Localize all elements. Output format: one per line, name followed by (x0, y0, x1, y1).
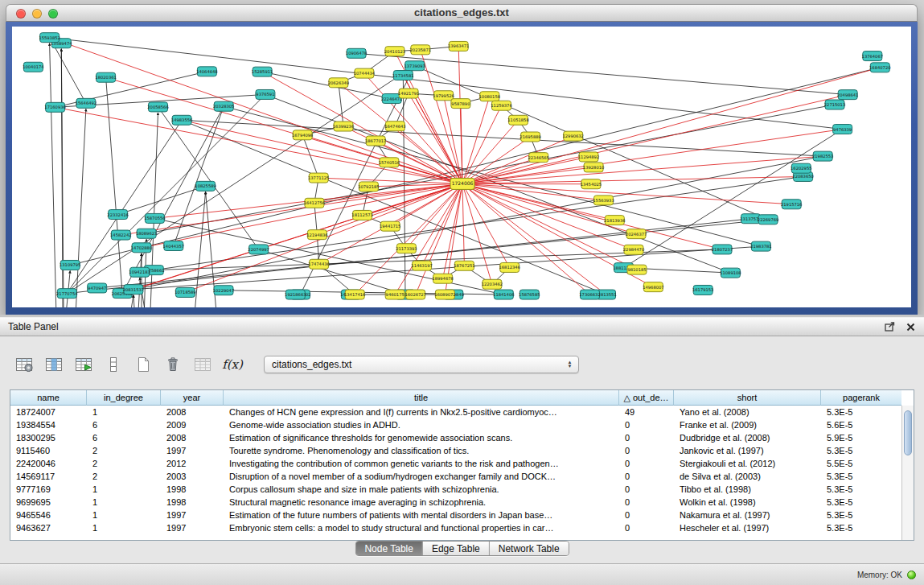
network-node[interactable]: 21983781 (750, 241, 771, 251)
table-cell[interactable]: 22420046 (10, 457, 87, 470)
table-cell[interactable]: 14569117 (10, 470, 87, 483)
scrollbar-thumb[interactable] (904, 410, 912, 455)
network-node[interactable]: 12990632 (562, 131, 583, 141)
table-row[interactable]: 911546021997Tourette syndrome. Phenomeno… (10, 444, 901, 457)
table-cell[interactable]: 5.3E-5 (821, 483, 901, 496)
table-cell[interactable]: Franke et al. (2009) (674, 418, 821, 431)
table-cell[interactable]: 5.9E-5 (821, 431, 901, 444)
table-cell[interactable]: Estimation of significance thresholds fo… (224, 431, 619, 444)
table-cell[interactable]: 1 (87, 483, 161, 496)
network-node[interactable]: 13963471 (448, 41, 469, 51)
table-cell[interactable]: 1 (87, 406, 161, 418)
network-node[interactable]: 22269769 (758, 215, 778, 225)
table-cell[interactable]: 1998 (161, 496, 224, 509)
table-cell[interactable]: 1997 (161, 509, 224, 521)
network-node[interactable]: 15740516 (379, 158, 400, 167)
table-row[interactable]: 977716911998Corpus callosum shape and si… (10, 483, 901, 496)
network-node[interactable]: 14044357 (163, 241, 184, 251)
network-node[interactable]: 9587890 (451, 99, 470, 109)
table-cell[interactable]: 9115460 (10, 444, 87, 457)
network-node[interactable]: 15646492 (76, 98, 97, 108)
network-node[interactable]: 18767251 (454, 261, 474, 270)
network-node[interactable]: 14064648 (196, 67, 217, 76)
table-cell[interactable]: 1 (87, 521, 161, 534)
network-node[interactable]: 10744434 (354, 68, 376, 78)
tab-edge-table[interactable]: Edge Table (422, 542, 489, 555)
network-node[interactable]: 20328305 (213, 101, 234, 111)
network-node[interactable]: 16794098 (292, 130, 313, 140)
network-node[interactable]: 21807237 (712, 245, 733, 254)
network-node[interactable]: 22715013 (824, 100, 845, 109)
network-node[interactable]: 21770754 (56, 289, 78, 299)
table-cell[interactable]: 5.5E-5 (821, 457, 901, 470)
network-node[interactable]: 15285911 (252, 67, 273, 76)
table-cell[interactable]: 5.3E-5 (821, 406, 901, 418)
network-node[interactable]: 18677017 (365, 136, 386, 146)
network-node[interactable]: 22984470 (623, 245, 644, 254)
table-row[interactable]: 1938455462009Genome-wide association stu… (10, 418, 901, 431)
table-cell[interactable]: Genome-wide association studies in ADHD. (224, 418, 619, 431)
network-node[interactable]: 1724006 (450, 178, 474, 189)
column-header-year[interactable]: year (161, 390, 224, 406)
table-cell[interactable]: 1 (87, 496, 161, 509)
network-node[interactable]: 9810185 (627, 265, 647, 274)
network-node[interactable]: 16202955 (791, 163, 811, 173)
zoom-window-icon[interactable] (48, 9, 58, 19)
column-header-in_degree[interactable]: in_degree (87, 390, 161, 406)
network-node[interactable]: 20498641 (837, 90, 858, 100)
table-cell[interactable]: Dudbridge et al. (2008) (674, 431, 821, 444)
float-panel-icon[interactable] (884, 321, 895, 332)
network-node[interactable]: 16474643 (384, 122, 405, 131)
table-cell[interactable]: 0 (619, 483, 674, 496)
network-node[interactable]: 13739093 (404, 61, 425, 71)
table-row[interactable]: 946362711997Embryonic stem cells: a mode… (10, 521, 901, 534)
network-node[interactable]: 17306632 (579, 290, 600, 299)
network-node[interactable]: 20058566 (147, 102, 168, 112)
table-cell[interactable]: 0 (619, 521, 674, 534)
network-node[interactable]: 9476339 (833, 125, 852, 134)
table-cell[interactable]: 2008 (161, 406, 224, 418)
network-node[interactable]: 10229047 (213, 286, 234, 295)
table-cell[interactable]: 0 (619, 509, 674, 521)
table-row[interactable]: 1872400712008Changes of HCN gene express… (10, 406, 901, 418)
table-cell[interactable]: 9463627 (10, 521, 87, 534)
table-cell[interactable]: 2 (87, 444, 161, 457)
network-node[interactable]: 16840720 (869, 63, 890, 72)
table-cell[interactable]: Estimation of the future numbers of pati… (224, 509, 619, 521)
table-cell[interactable]: Corpus callosum shape and size in male p… (224, 483, 619, 496)
network-node[interactable]: 14921791 (398, 89, 419, 98)
tab-node-table[interactable]: Node Table (355, 542, 422, 555)
network-node[interactable]: 17474436 (308, 259, 329, 269)
network-node[interactable]: 11841406 (493, 290, 514, 299)
network-node[interactable]: 21173393 (396, 244, 417, 253)
window-titlebar[interactable]: citations_edges.txt (6, 4, 918, 22)
close-panel-icon[interactable] (905, 321, 916, 332)
network-node[interactable]: 10080158 (479, 92, 500, 101)
table-cell[interactable]: Disruption of a novel member of a sodium… (224, 470, 619, 483)
table-cell[interactable]: Nakamura et al. (1997) (674, 509, 821, 521)
network-node[interactable]: 20410123 (384, 47, 405, 56)
network-node[interactable]: 18020361 (95, 72, 116, 82)
table-selector-dropdown[interactable]: citations_edges.txt ▲▼ (264, 356, 579, 373)
network-node[interactable]: 21982553 (812, 151, 833, 161)
network-node[interactable]: 10718589 (175, 287, 195, 297)
column-header-name[interactable]: name (10, 390, 87, 406)
table-row[interactable]: 946554611997Estimation of the future num… (10, 509, 901, 521)
table-cell[interactable]: 18724007 (10, 406, 87, 418)
table-cell[interactable]: 0 (619, 431, 674, 444)
table-cell[interactable]: 2 (87, 457, 161, 470)
table-cell[interactable]: Tibbo et al. (1998) (674, 483, 821, 496)
network-node[interactable]: 16399236 (333, 122, 354, 131)
network-node[interactable]: 21813936 (604, 216, 625, 225)
column-settings-icon[interactable] (13, 354, 35, 375)
table-cell[interactable]: 2 (87, 470, 161, 483)
vertical-scrollbar[interactable] (901, 406, 914, 540)
table-cell[interactable]: 2012 (161, 457, 224, 470)
delete-trash-icon[interactable] (162, 354, 184, 375)
network-node[interactable]: 15870556 (144, 213, 165, 223)
network-node[interactable]: 19218663 (285, 290, 306, 299)
table-cell[interactable]: Jankovic et al. (1997) (674, 444, 821, 457)
network-node[interactable]: 18112573 (351, 210, 372, 220)
network-node[interactable]: 10906478 (346, 48, 367, 58)
network-node[interactable]: 16089072 (434, 290, 455, 299)
